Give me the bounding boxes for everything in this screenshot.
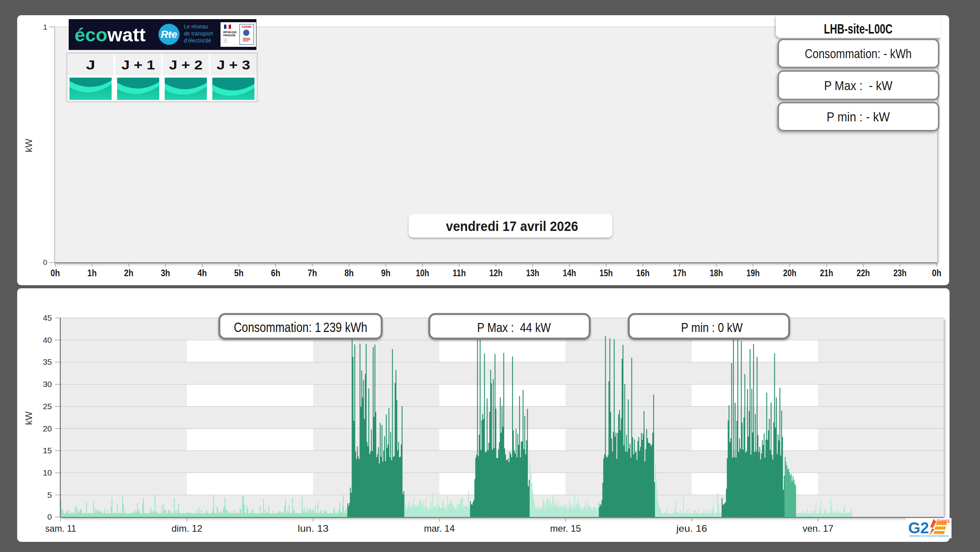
svg-text:dim. 12: dim. 12 [171, 523, 202, 534]
svg-text:P min : - kW: P min : - kW [827, 110, 890, 124]
svg-text:mar. 14: mar. 14 [424, 523, 455, 534]
svg-text:3h: 3h [161, 268, 170, 278]
svg-text:16h: 16h [636, 268, 649, 278]
svg-text:18h: 18h [710, 268, 723, 278]
svg-text:11h: 11h [453, 268, 466, 278]
svg-text:0: 0 [47, 512, 52, 521]
svg-text:2h: 2h [124, 268, 133, 278]
svg-text:10: 10 [43, 468, 52, 477]
svg-text:0: 0 [43, 258, 47, 266]
svg-text:RÉPUBLIQUE: RÉPUBLIQUE [223, 30, 237, 34]
svg-text:12h: 12h [489, 268, 503, 278]
svg-text:ADEME: ADEME [242, 25, 252, 28]
svg-text:45: 45 [43, 313, 52, 322]
svg-text:0h: 0h [51, 268, 60, 278]
svg-text:20h: 20h [783, 268, 797, 278]
svg-text:vendredi 17 avril 2026: vendredi 17 avril 2026 [446, 218, 578, 234]
svg-text:9h: 9h [381, 268, 391, 278]
svg-text:22h: 22h [857, 268, 870, 278]
svg-text:Le réseau: Le réseau [184, 23, 208, 30]
svg-text:13h: 13h [526, 268, 539, 278]
svg-text:d’électricité: d’électricité [184, 37, 211, 44]
svg-text:1h: 1h [87, 268, 97, 278]
svg-text:19h: 19h [747, 268, 760, 278]
svg-text:de transport: de transport [184, 30, 213, 37]
svg-text:35: 35 [43, 357, 52, 366]
svg-text:6h: 6h [271, 268, 280, 278]
svg-text:30: 30 [43, 380, 52, 389]
svg-text:8h: 8h [344, 268, 354, 278]
svg-text:lun. 13: lun. 13 [298, 523, 329, 534]
svg-text:écowatt: écowatt [75, 24, 146, 45]
svg-text:10h: 10h [416, 268, 429, 278]
svg-text:15h: 15h [599, 268, 613, 278]
svg-text:25: 25 [43, 402, 52, 411]
svg-text:J: J [86, 57, 95, 72]
svg-text:kW: kW [23, 411, 34, 425]
svg-text:15: 15 [43, 446, 52, 455]
svg-text:P Max : 44 kW: P Max : 44 kW [477, 320, 551, 335]
svg-text:J + 1: J + 1 [121, 57, 155, 72]
svg-text:P Max : - kW: P Max : - kW [824, 78, 893, 93]
svg-text:FRANÇAISE: FRANÇAISE [223, 34, 235, 37]
svg-text:LHB-site-L00C: LHB-site-L00C [824, 21, 893, 36]
svg-text:14h: 14h [563, 268, 576, 278]
svg-text:5: 5 [47, 490, 52, 499]
svg-text:G2: G2 [908, 519, 929, 536]
svg-text:J + 3: J + 3 [217, 57, 250, 72]
svg-text:J + 2: J + 2 [169, 57, 203, 72]
svg-text:Consommation: - kWh: Consommation: - kWh [805, 46, 912, 61]
svg-text:FRANCE: FRANCE [937, 519, 950, 524]
svg-text:21h: 21h [820, 268, 833, 278]
svg-text:Optimisation des ressources én: Optimisation des ressources énergétiques [909, 534, 949, 538]
svg-text:17h: 17h [673, 268, 686, 278]
svg-text:5h: 5h [234, 268, 244, 278]
svg-text:jeu. 16: jeu. 16 [676, 523, 707, 534]
svg-text:23h: 23h [893, 268, 907, 278]
svg-text:7h: 7h [308, 268, 317, 278]
svg-text:Consommation: 1 239 kWh: Consommation: 1 239 kWh [234, 319, 367, 335]
svg-text:P min : 0 kW: P min : 0 kW [681, 320, 743, 335]
svg-text:mer. 15: mer. 15 [550, 523, 581, 534]
svg-text:sam. 11: sam. 11 [45, 523, 76, 534]
svg-text:kW: kW [23, 138, 34, 152]
svg-text:ven. 17: ven. 17 [802, 523, 833, 534]
svg-text:0h: 0h [932, 268, 941, 278]
svg-text:20: 20 [43, 424, 52, 433]
svg-text:40: 40 [43, 335, 52, 344]
svg-text:1: 1 [43, 23, 47, 31]
svg-text:4h: 4h [197, 268, 207, 278]
